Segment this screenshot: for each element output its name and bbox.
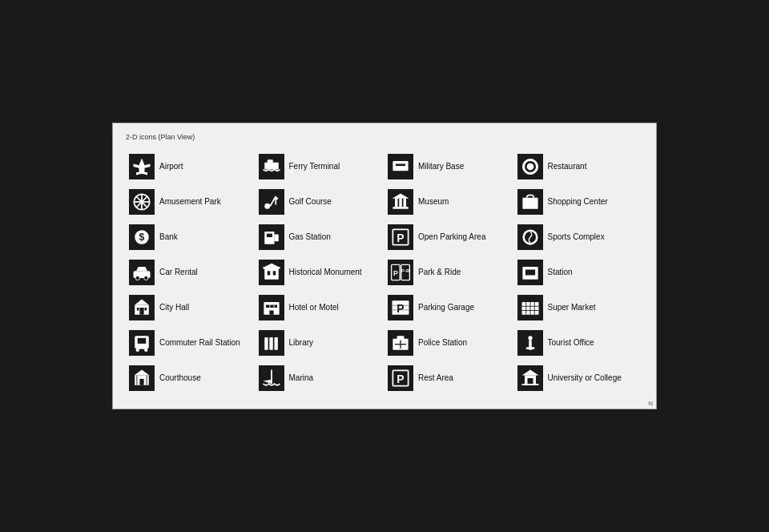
svg-rect-66 [138, 338, 147, 344]
hotel-icon [259, 295, 284, 320]
list-item: Station [514, 255, 644, 290]
item-label: Marina [289, 373, 314, 383]
svg-marker-81 [134, 370, 149, 376]
car-rental-icon [129, 260, 155, 285]
golf-icon [259, 189, 284, 215]
svg-rect-70 [264, 337, 268, 350]
svg-point-32 [135, 276, 139, 280]
parking-garage-icon: P [388, 295, 413, 320]
list-item: POpen Parking Area [384, 220, 514, 255]
item-label: Tourist Office [548, 338, 594, 348]
svg-rect-58 [393, 309, 409, 311]
svg-rect-72 [274, 337, 277, 350]
svg-rect-49 [145, 308, 147, 311]
historical-icon [259, 260, 284, 285]
svg-rect-47 [139, 308, 143, 315]
item-label: Ferry Terminal [289, 162, 340, 171]
svg-rect-51 [266, 305, 269, 308]
svg-text:$: $ [139, 232, 145, 243]
svg-text:P: P [397, 302, 404, 315]
svg-rect-35 [263, 267, 280, 269]
list-item: Commuter Rail Station [126, 325, 256, 361]
item-label: Parking Garage [418, 303, 474, 312]
svg-rect-1 [267, 159, 272, 163]
military-icon [388, 154, 413, 179]
svg-rect-54 [269, 311, 273, 315]
svg-point-12 [264, 204, 270, 209]
item-label: Commuter Rail Station [159, 338, 240, 348]
svg-text:P: P [393, 269, 398, 277]
svg-rect-79 [525, 347, 534, 349]
svg-rect-52 [270, 305, 273, 308]
svg-rect-21 [522, 198, 537, 209]
city-hall-icon [129, 295, 155, 320]
supermarket-icon [517, 295, 543, 320]
item-label: Courthouse [159, 373, 201, 383]
item-label: Open Parking Area [418, 232, 486, 242]
svg-marker-46 [135, 300, 149, 305]
police-icon [388, 330, 413, 356]
svg-text:P: P [397, 232, 404, 244]
item-label: University or College [548, 373, 622, 383]
sports-icon [517, 224, 543, 250]
list-item: Museum [384, 184, 514, 220]
svg-marker-88 [521, 370, 538, 376]
airport-icon [129, 154, 155, 179]
svg-rect-48 [137, 308, 139, 311]
svg-rect-19 [404, 199, 407, 208]
list-item: University or College [514, 361, 644, 396]
page-container: 2-D icons (Plan View) AirportFerry Termi… [0, 0, 769, 532]
svg-text:P: P [397, 373, 404, 385]
svg-rect-82 [139, 379, 143, 385]
svg-rect-37 [272, 271, 276, 275]
list-item: PP-RPark & Ride [384, 255, 514, 290]
svg-rect-36 [267, 271, 270, 275]
list-item: PParking Garage [384, 290, 514, 325]
list-item: Shopping Center [514, 184, 644, 220]
university-icon [517, 365, 543, 391]
icon-grid: AirportFerry TerminalMilitary BaseRestau… [126, 149, 643, 396]
item-label: Golf Course [289, 197, 332, 207]
item-label: Military Base [418, 162, 464, 171]
list-item: PRest Area [384, 361, 514, 396]
list-item: Tourist Office [514, 325, 644, 361]
list-item: Military Base [384, 149, 514, 184]
ferry-icon [259, 154, 284, 179]
list-item: Marina [256, 361, 385, 396]
list-item: Gas Station [256, 220, 385, 255]
list-item: Ferry Terminal [256, 149, 385, 184]
list-item: Historical Monument [256, 255, 385, 290]
svg-rect-0 [264, 163, 279, 170]
list-item: Airport [126, 149, 256, 184]
list-item: Amusement Park [126, 184, 256, 220]
card-title: 2-D icons (Plan View) [126, 133, 643, 141]
svg-line-13 [270, 196, 276, 206]
list-item: $Bank [126, 220, 256, 255]
item-label: Airport [159, 162, 183, 171]
list-item: Police Station [384, 325, 514, 361]
item-label: Library [289, 338, 314, 348]
item-label: Super Market [548, 303, 596, 312]
svg-rect-77 [528, 336, 532, 340]
item-label: Police Station [418, 338, 467, 348]
item-label: Car Rental [159, 268, 198, 277]
list-item: Courthouse [126, 361, 256, 396]
svg-rect-24 [264, 232, 274, 244]
svg-rect-34 [264, 268, 279, 280]
svg-point-33 [144, 276, 148, 280]
restaurant-icon [517, 154, 543, 179]
svg-marker-16 [393, 194, 409, 199]
svg-rect-26 [266, 234, 272, 237]
item-label: Sports Complex [548, 232, 605, 242]
item-label: Shopping Center [548, 197, 608, 207]
svg-rect-91 [521, 384, 538, 385]
museum-icon [388, 189, 413, 215]
list-item: Golf Course [256, 184, 385, 220]
park-ride-icon: PP-R [388, 260, 413, 285]
list-item: Library [256, 325, 385, 361]
svg-rect-44 [525, 276, 536, 279]
gas-icon [259, 224, 284, 250]
shopping-icon [517, 189, 543, 215]
item-label: Historical Monument [289, 268, 362, 277]
tourist-icon [517, 330, 543, 356]
